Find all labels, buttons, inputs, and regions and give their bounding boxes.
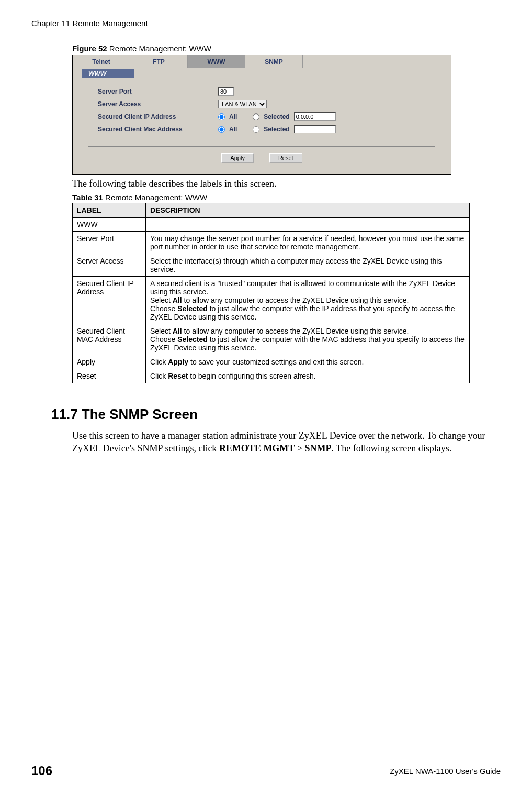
label-server-port: Server Port xyxy=(98,88,218,95)
row-server-access: Server Access LAN & WLAN xyxy=(98,98,435,110)
secured-mac-all-label: All xyxy=(229,126,237,133)
description-table: LABEL DESCRIPTION WWW Server Port You ma… xyxy=(72,203,470,383)
desc-text: Click xyxy=(150,372,168,380)
desc-bold: Selected xyxy=(177,304,208,313)
table-head-label: LABEL xyxy=(73,203,146,218)
desc-bold: Apply xyxy=(168,358,188,366)
cell-desc: Select All to allow any computer to acce… xyxy=(146,324,470,355)
secured-mac-input[interactable] xyxy=(294,125,336,133)
desc-bold: Reset xyxy=(168,372,188,380)
secured-ip-all-label: All xyxy=(229,113,237,120)
label-server-access: Server Access xyxy=(98,100,218,108)
secured-ip-input[interactable] xyxy=(294,112,336,121)
button-row: Apply Reset xyxy=(73,153,451,169)
intro-text: The following table describes the labels… xyxy=(72,178,490,190)
desc-text: to save your customized settings and exi… xyxy=(188,358,364,366)
cell-desc: Select the interface(s) through which a … xyxy=(146,254,470,277)
server-access-select[interactable]: LAN & WLAN xyxy=(218,100,267,108)
cell-label: Server Access xyxy=(73,254,146,277)
divider xyxy=(88,146,435,147)
cell-desc: Click Reset to begin configuring this sc… xyxy=(146,369,470,383)
tab-telnet-label: Telnet xyxy=(92,58,110,65)
tab-www[interactable]: WWW xyxy=(188,55,245,68)
tab-telnet[interactable]: Telnet xyxy=(73,55,130,68)
label-secured-mac: Secured Client Mac Address xyxy=(98,126,218,133)
tab-ftp[interactable]: FTP xyxy=(130,55,188,68)
secured-ip-selected-label: Selected xyxy=(264,113,289,120)
tab-snmp-label: SNMP xyxy=(265,58,283,65)
secured-mac-radio-selected[interactable] xyxy=(253,126,259,133)
desc-bold: All xyxy=(173,327,182,335)
reset-button[interactable]: Reset xyxy=(269,153,302,163)
body-bold: SNMP xyxy=(305,443,332,453)
desc-bold: Selected xyxy=(177,335,208,344)
desc-text: to allow any computer to access the ZyXE… xyxy=(182,296,409,304)
form-area: Server Port Server Access LAN & WLAN Sec… xyxy=(73,78,451,139)
secured-mac-selected-label: Selected xyxy=(264,126,289,133)
table-row: Secured Client IP Address A secured clie… xyxy=(73,277,470,324)
table-head-desc: DESCRIPTION xyxy=(146,203,470,218)
cell-desc xyxy=(146,218,470,232)
cell-desc: Click Apply to save your customized sett… xyxy=(146,355,470,369)
cell-label: Secured Client IP Address xyxy=(73,277,146,324)
figure-title: Remote Management: WWW xyxy=(107,44,211,53)
table-row: Server Port You may change the server po… xyxy=(73,232,470,254)
page-header: Chapter 11 Remote Management xyxy=(31,19,501,29)
chapter-title: Chapter 11 Remote Management xyxy=(31,19,148,28)
section-heading: 11.7 The SNMP Screen xyxy=(51,406,490,423)
tab-www-label: WWW xyxy=(208,58,225,65)
cell-label: Secured Client MAC Address xyxy=(73,324,146,355)
row-secured-mac: Secured Client Mac Address All Selected xyxy=(98,123,435,135)
page-footer: 106 ZyXEL NWA-1100 User's Guide xyxy=(31,760,501,778)
table-row: Server Access Select the interface(s) th… xyxy=(73,254,470,277)
page-number: 106 xyxy=(31,764,52,778)
desc-text: Select xyxy=(150,327,173,335)
desc-text: A secured client is a "trusted" computer… xyxy=(150,279,455,296)
desc-text: Click xyxy=(150,358,168,366)
desc-text: to begin configuring this screen afresh. xyxy=(188,372,315,380)
tabs-row: Telnet FTP WWW SNMP xyxy=(73,55,451,68)
footer-guide: ZyXEL NWA-1100 User's Guide xyxy=(390,767,501,776)
table-row: Secured Client MAC Address Select All to… xyxy=(73,324,470,355)
table-title: Remote Management: WWW xyxy=(103,193,207,202)
cell-label: Server Port xyxy=(73,232,146,254)
section-body: Use this screen to have a manager statio… xyxy=(72,430,490,454)
table-row: WWW xyxy=(73,218,470,232)
body-bold: REMOTE MGMT xyxy=(219,443,295,453)
screenshot-www: Telnet FTP WWW SNMP WWW Server Port Serv… xyxy=(72,55,451,175)
body-text: . The following screen displays. xyxy=(332,443,452,453)
cell-label: Reset xyxy=(73,369,146,383)
table-label: Table 31 xyxy=(72,193,103,202)
cell-label: Apply xyxy=(73,355,146,369)
desc-text: Choose xyxy=(150,335,177,344)
row-server-port: Server Port xyxy=(98,86,435,97)
row-secured-ip: Secured Client IP Address All Selected xyxy=(98,111,435,122)
desc-text: Select xyxy=(150,296,173,304)
desc-text: to allow any computer to access the ZyXE… xyxy=(182,327,409,335)
table-caption: Table 31 Remote Management: WWW xyxy=(72,193,490,202)
figure-caption: Figure 52 Remote Management: WWW xyxy=(72,44,490,53)
desc-text: Choose xyxy=(150,304,177,313)
desc-bold: All xyxy=(173,296,182,304)
figure-label: Figure 52 xyxy=(72,44,107,53)
tabs-spacer xyxy=(303,55,451,68)
tab-snmp[interactable]: SNMP xyxy=(245,55,303,68)
table-row: Reset Click Reset to begin configuring t… xyxy=(73,369,470,383)
body-text: > xyxy=(295,443,304,453)
cell-label: WWW xyxy=(73,218,146,232)
server-port-input[interactable] xyxy=(218,87,234,96)
secured-mac-radio-all[interactable] xyxy=(218,126,225,133)
cell-desc: A secured client is a "trusted" computer… xyxy=(146,277,470,324)
label-secured-ip: Secured Client IP Address xyxy=(98,113,218,120)
cell-desc: You may change the server port number fo… xyxy=(146,232,470,254)
apply-button[interactable]: Apply xyxy=(221,153,254,163)
section-title: The SNMP Screen xyxy=(78,406,198,422)
panel: WWW Server Port Server Access LAN & WLAN xyxy=(73,69,451,174)
table-row: Apply Click Apply to save your customize… xyxy=(73,355,470,369)
tab-ftp-label: FTP xyxy=(153,58,165,65)
panel-header: WWW xyxy=(82,69,134,78)
secured-ip-radio-all[interactable] xyxy=(218,113,225,120)
table-header-row: LABEL DESCRIPTION xyxy=(73,203,470,218)
secured-ip-radio-selected[interactable] xyxy=(253,113,259,120)
section-number: 11.7 xyxy=(51,406,78,422)
